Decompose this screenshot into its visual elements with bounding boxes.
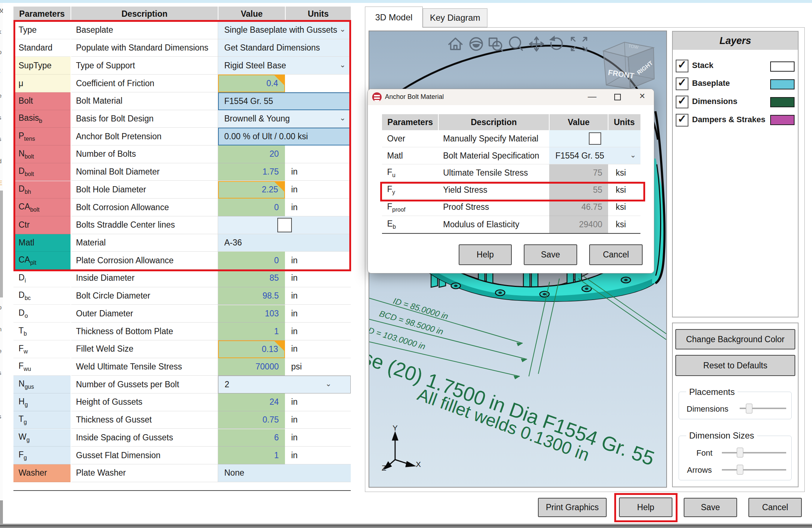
svg-text:X: X: [416, 460, 421, 468]
svg-text:Y: Y: [393, 424, 398, 432]
svg-text:Z: Z: [382, 464, 386, 472]
